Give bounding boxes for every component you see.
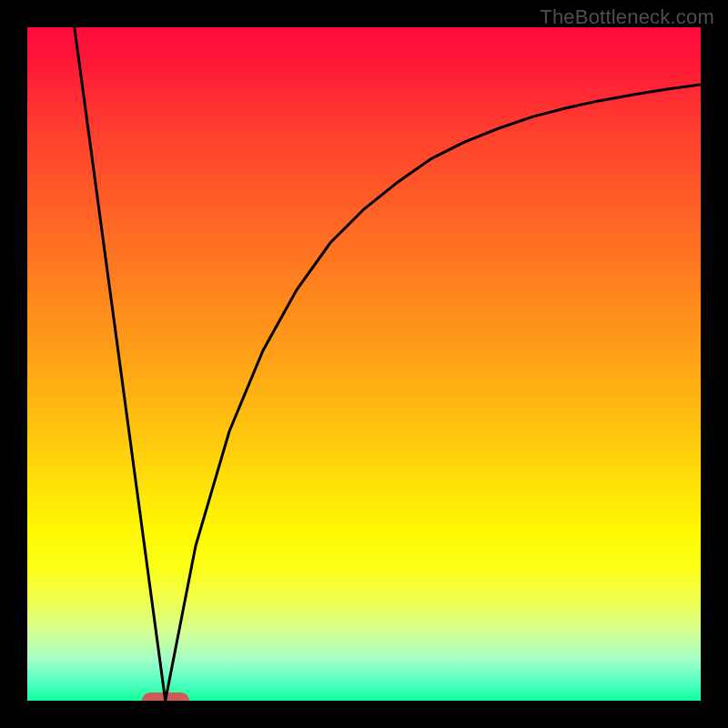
bottleneck-curve — [27, 27, 701, 701]
plot-area — [27, 27, 701, 701]
chart-frame: TheBottleneck.com — [0, 0, 728, 728]
attribution-text: TheBottleneck.com — [540, 5, 714, 29]
curve-path — [75, 27, 701, 701]
